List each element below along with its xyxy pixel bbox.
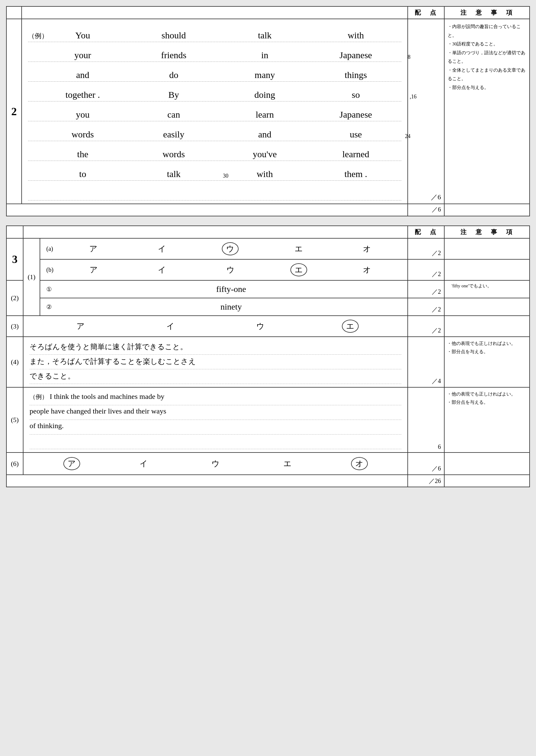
section-3: 配 点 注 意 事 項 3 (1) (a) ア イ ウ エ オ bbox=[6, 225, 530, 487]
line-num-30: 30 bbox=[223, 173, 228, 179]
q1-num: (1) bbox=[23, 238, 40, 316]
section3-number: 3 bbox=[6, 238, 23, 280]
q2-2-notes bbox=[444, 298, 530, 316]
q5-score: 6 bbox=[408, 387, 444, 452]
section2-number: 2 bbox=[6, 19, 22, 204]
q3-row: ア イ ウ エ bbox=[23, 316, 408, 337]
word-together: together . bbox=[37, 89, 128, 100]
q3-choice-e-circled: エ bbox=[305, 320, 395, 333]
q1a-choice-a: ア bbox=[59, 244, 128, 254]
word-learned: learned bbox=[310, 149, 401, 159]
section3-score-header: 配 点 bbox=[408, 226, 444, 238]
word-doing: doing bbox=[219, 89, 311, 100]
q4-score: ／4 bbox=[408, 337, 444, 387]
q2-2-label: ② bbox=[46, 303, 52, 311]
q2-2-row: ② ninety bbox=[40, 298, 408, 316]
word-them: them . bbox=[310, 169, 401, 179]
word-japanese-1: Japanese 8 bbox=[310, 50, 401, 60]
q4-num: (4) bbox=[6, 337, 23, 387]
word-easily: easily bbox=[128, 129, 219, 140]
section3-num-header bbox=[6, 226, 23, 238]
q1a-row: (a) ア イ ウ エ オ bbox=[40, 238, 408, 259]
word-do: do bbox=[128, 70, 219, 80]
q3-score: ／2 bbox=[408, 316, 444, 337]
example-label: （例） bbox=[28, 31, 37, 41]
q6-choice-i: イ bbox=[108, 458, 180, 469]
q2-1-answer: fifty-one bbox=[61, 284, 401, 294]
q6-num: (6) bbox=[6, 452, 23, 475]
q5-line-2: people have changed their lives and thei… bbox=[30, 405, 401, 420]
q6-choice-a-circled: ア bbox=[36, 457, 108, 470]
q1a-notes bbox=[444, 238, 530, 259]
q4-notes: ・他の表現でも正しければよい。 ・部分点を与える。 bbox=[444, 337, 530, 387]
q1a-choice-u-circled: ウ bbox=[196, 242, 264, 255]
q1a-choice-o: オ bbox=[333, 244, 401, 254]
word-japanese-2: Japanese bbox=[310, 110, 401, 120]
q2-2-answer: ninety bbox=[61, 302, 401, 312]
word-you2: you bbox=[37, 110, 128, 120]
section3-content-header bbox=[23, 226, 408, 238]
word-talk: talk bbox=[219, 30, 311, 41]
line-num-24: 24 bbox=[405, 133, 411, 140]
word-talk2: talk 30 bbox=[128, 169, 219, 179]
word-you: You bbox=[37, 30, 128, 41]
q4-row: そろばんを使うと簡単に速く計算できること。 また，そろばんで計算することを楽しむ… bbox=[23, 337, 408, 387]
q1b-choice-i: イ bbox=[128, 265, 196, 275]
q5-row: （例） I think the tools and machines made … bbox=[23, 387, 408, 452]
word-youve: you've bbox=[219, 149, 311, 159]
q2-1-label: ① bbox=[46, 285, 52, 293]
q3-choice-u: ウ bbox=[216, 321, 305, 332]
word-many: many bbox=[219, 70, 311, 80]
word-the: the bbox=[37, 149, 128, 159]
word-and2: and bbox=[219, 129, 311, 140]
word-so: so ,16 bbox=[310, 89, 401, 100]
section2-writing-area: （例） You should talk with your friends in… bbox=[22, 19, 408, 204]
word-should: should bbox=[128, 30, 219, 41]
q1b-choice-e-circled: エ bbox=[264, 263, 333, 277]
q1a-label: (a) bbox=[46, 245, 53, 252]
q3-notes bbox=[444, 316, 530, 337]
section2-notes-header: 注 意 事 項 bbox=[444, 6, 530, 19]
q1b-score: ／2 bbox=[408, 259, 444, 280]
q2-2-score: ／2 bbox=[408, 298, 444, 316]
word-with2: with bbox=[219, 169, 311, 179]
q6-notes bbox=[444, 452, 530, 475]
q6-choice-u: ウ bbox=[180, 458, 251, 469]
q1b-choice-a: ア bbox=[59, 265, 128, 275]
section2-total-score: ／6 bbox=[408, 204, 444, 216]
line-num-8: 8 bbox=[408, 54, 411, 60]
q6-choice-e: エ bbox=[251, 458, 323, 469]
q1b-row: (b) ア イ ウ エ オ bbox=[40, 259, 408, 280]
q6-row: ア イ ウ エ オ bbox=[23, 452, 408, 475]
q1a-choice-e: エ bbox=[264, 244, 333, 254]
section2-notes-text: ・内容が設問の趣旨に合っていること。 ・30語程度であること。 ・単語のつづり，… bbox=[448, 22, 526, 92]
word-can: can bbox=[128, 110, 219, 120]
word-your: your bbox=[37, 50, 128, 60]
q1b-choice-o: オ bbox=[333, 265, 401, 275]
q1b-label: (b) bbox=[46, 266, 53, 273]
word-by: By bbox=[128, 89, 219, 100]
q6-choice-o-circled: オ bbox=[323, 457, 395, 470]
q6-score: ／6 bbox=[408, 452, 444, 475]
q5-num: (5) bbox=[6, 387, 23, 452]
word-things: things bbox=[310, 70, 401, 80]
q1a-score: ／2 bbox=[408, 238, 444, 259]
q2-1-row: ① fifty-one bbox=[40, 280, 408, 298]
word-words: words bbox=[37, 129, 128, 140]
section2-score: ／6 bbox=[411, 193, 441, 202]
word-to: to bbox=[37, 169, 128, 179]
q1b-choice-u: ウ bbox=[196, 265, 264, 275]
word-in: in bbox=[219, 50, 311, 60]
word-friends: friends bbox=[128, 50, 219, 60]
q2-num: (2) bbox=[6, 280, 23, 316]
section3-total-score: ／26 bbox=[408, 475, 444, 487]
q3-num: (3) bbox=[6, 316, 23, 337]
word-words2: words bbox=[128, 149, 219, 159]
section2-score-header: 配 点 bbox=[408, 6, 444, 19]
q3-choice-i: イ bbox=[125, 321, 216, 332]
q2-1-score: ／2 bbox=[408, 280, 444, 298]
q1b-notes bbox=[444, 259, 530, 280]
line-num-16: ,16 bbox=[410, 93, 417, 100]
q4-line-3: できること。 bbox=[30, 369, 401, 384]
word-with: with bbox=[310, 30, 401, 41]
